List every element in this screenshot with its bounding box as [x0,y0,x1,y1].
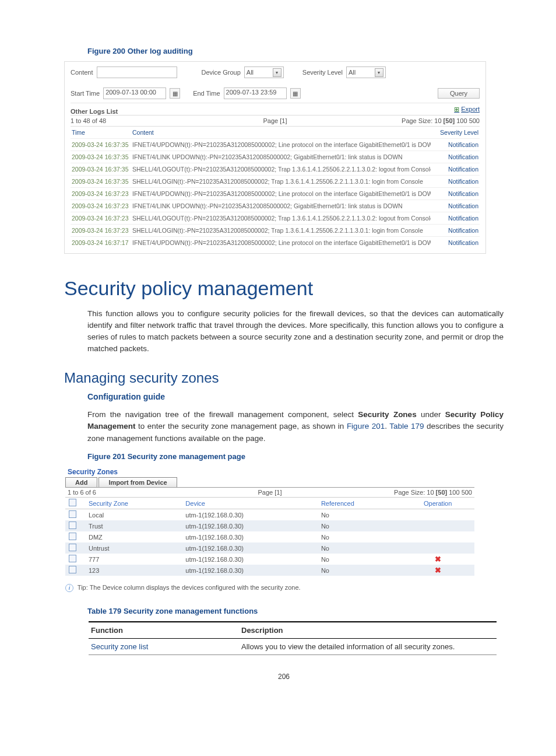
cell-operation [401,520,474,531]
cell-zone: Local [85,509,182,521]
col-description: Description [239,622,497,639]
checkbox[interactable] [69,510,76,518]
cell-severity: Notification [431,225,480,237]
figure-201-link[interactable]: Figure 201 [347,422,385,430]
chevron-down-icon: ▾ [375,68,383,77]
cell-device: utm-1(192.168.0.30) [182,509,318,521]
excel-icon: ⊞ [454,106,459,113]
body-paragraph-1: This function allows you to configure se… [87,308,504,355]
info-icon: i [65,584,73,592]
col-content[interactable]: Content [131,127,431,139]
col-security-zone[interactable]: Security Zone [85,498,182,509]
cell-content: SHELL/4/LOGIN(t):-PN=210235A312008500000… [131,225,431,237]
other-logs-table: Time Content Severity Level 2009-03-24 1… [71,127,480,249]
figure-201-caption: Figure 201 Security zone management page [87,452,504,461]
cell-content: SHELL/4/LOGOUT(t):-PN=210235A31200850000… [131,163,431,176]
cell-time: 2009-03-24 16:37:23 [71,212,131,225]
device-group-select[interactable]: All ▾ [244,66,284,78]
table-row: Security zone listAllows you to view the… [89,639,497,655]
cell-content: IFNET/4/UPDOWN(t):-PN=210235A31200850000… [131,188,431,200]
delete-icon[interactable]: ✖ [435,566,441,575]
zone-page-current: Page [1] [258,489,282,496]
delete-icon[interactable]: ✖ [435,555,441,564]
other-logs-list-title: Other Logs List [71,108,118,115]
checkbox[interactable] [69,522,76,529]
table-row: 2009-03-24 16:37:17IFNET/4/UPDOWN(t):-PN… [71,237,480,249]
cell-content: IFNET/4/UPDOWN(t):-PN=210235A31200850000… [131,139,431,151]
table-row: 2009-03-24 16:37:35SHELL/4/LOGOUT(t):-PN… [71,163,480,176]
page-current: Page [1] [263,117,287,124]
export-label: Export [461,106,480,113]
table-row: 2009-03-24 16:37:23SHELL/4/LOGIN(t):-PN=… [71,225,480,237]
cell-severity: Notification [431,163,480,176]
cell-content: IFNET/4/UPDOWN(t):-PN=210235A31200850000… [131,237,431,249]
checkbox[interactable] [69,555,76,562]
cell-operation[interactable]: ✖ [401,554,474,565]
start-time-input[interactable]: 2009-07-13 00:00 [103,88,166,99]
tip-text: Tip: The Device column displays the devi… [78,584,301,591]
security-zones-title: Security Zones [65,467,474,477]
table-row: 777utm-1(192.168.0.30)No✖ [65,554,474,565]
heading-configuration-guide: Configuration guide [87,392,504,401]
col-device[interactable]: Device [182,498,318,509]
checkbox-all[interactable] [69,499,76,506]
tab-import-from-device[interactable]: Import from Device [98,477,177,487]
col-severity[interactable]: Severity Level [431,127,480,139]
cell-time: 2009-03-24 16:37:23 [71,188,131,200]
calendar-icon[interactable]: ▦ [290,88,301,99]
tab-add[interactable]: Add [65,477,97,487]
cell-content: SHELL/4/LOGIN(t):-PN=210235A312008500000… [131,176,431,188]
function-link[interactable]: Security zone list [89,639,239,655]
table-row: 2009-03-24 16:37:23IFNET/4/LINK UPDOWN(t… [71,200,480,212]
cell-device: utm-1(192.168.0.30) [182,542,318,554]
table-row: Untrustutm-1(192.168.0.30)No [65,542,474,554]
device-group-label: Device Group [202,69,241,76]
cell-device: utm-1(192.168.0.30) [182,531,318,542]
cell-time: 2009-03-24 16:37:35 [71,176,131,188]
cell-time: 2009-03-24 16:37:35 [71,163,131,176]
cell-device: utm-1(192.168.0.30) [182,565,318,576]
table-row: 2009-03-24 16:37:35IFNET/4/LINK UPDOWN(t… [71,151,480,163]
content-label: Content [71,69,93,76]
cell-operation[interactable]: ✖ [401,565,474,576]
cell-severity: Notification [431,237,480,249]
checkbox[interactable] [69,533,76,540]
page-range: 1 to 48 of 48 [71,117,106,124]
table-179-link[interactable]: Table 179 [389,422,424,430]
cell-zone: DMZ [85,531,182,542]
page-number: 206 [64,673,504,681]
cell-referenced: No [318,565,401,576]
checkbox[interactable] [69,566,76,573]
zone-page-size[interactable]: Page Size: 10 [50] 100 500 [394,489,472,496]
cell-zone: 123 [85,565,182,576]
device-group-value: All [247,69,254,76]
export-link[interactable]: ⊞ Export [454,106,480,113]
query-button[interactable]: Query [438,88,480,99]
table-row: 2009-03-24 16:37:35IFNET/4/UPDOWN(t):-PN… [71,139,480,151]
table-row: DMZutm-1(192.168.0.30)No [65,531,474,542]
cell-zone: Untrust [85,542,182,554]
content-input[interactable] [97,66,177,78]
cell-referenced: No [318,554,401,565]
col-time[interactable]: Time [71,127,131,139]
cell-severity: Notification [431,139,480,151]
other-log-panel: Content Device Group All ▾ Severity Leve… [64,61,486,254]
end-time-input[interactable]: 2009-07-13 23:59 [224,88,287,99]
calendar-icon[interactable]: ▦ [170,88,180,99]
figure-200-caption: Figure 200 Other log auditing [87,47,504,55]
cell-referenced: No [318,531,401,542]
body-paragraph-2: From the navigation tree of the firewall… [87,409,504,444]
checkbox[interactable] [69,544,76,551]
table-row: Localutm-1(192.168.0.30)No [65,509,474,521]
end-time-label: End Time [193,90,220,97]
cell-operation [401,542,474,554]
col-operation[interactable]: Operation [401,498,474,509]
col-referenced[interactable]: Referenced [318,498,401,509]
security-zones-panel: Security Zones Add Import from Device 1 … [65,467,474,592]
cell-time: 2009-03-24 16:37:17 [71,237,131,249]
table-179-caption: Table 179 Security zone management funct… [87,607,504,615]
cell-referenced: No [318,509,401,521]
severity-level-select[interactable]: All ▾ [346,66,386,78]
page-size[interactable]: Page Size: 10 [50] 100 500 [402,117,480,124]
zone-page-range: 1 to 6 of 6 [68,489,96,496]
